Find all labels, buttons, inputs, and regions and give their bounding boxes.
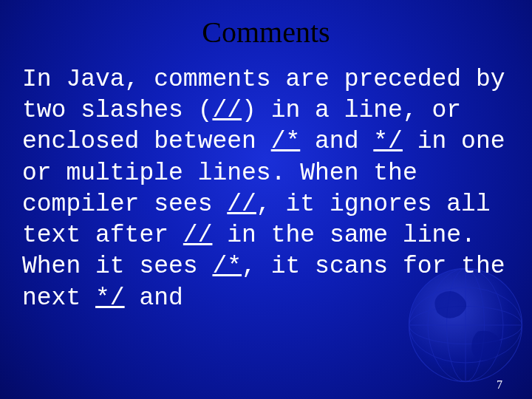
code-token: */ [373,128,403,155]
page-number: 7 [497,378,502,392]
code-token: /* [271,128,301,155]
code-token: // [183,222,213,249]
code-token: /* [212,253,242,280]
code-token: // [212,97,242,124]
body-text-segment: and [125,284,183,312]
code-token: */ [95,284,125,312]
slide-title: Comments [0,0,532,57]
code-token: // [227,191,256,218]
body-text-segment: and [300,128,373,155]
slide-body: In Java, comments are preceded by two sl… [0,57,532,314]
